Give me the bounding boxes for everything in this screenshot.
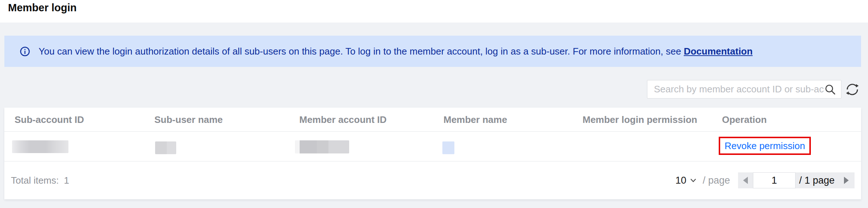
- page-total-label: / 1 page: [796, 172, 838, 188]
- column-header-sub-user-name: Sub-user name: [154, 108, 223, 132]
- alert-message: You can view the login authorization det…: [39, 46, 753, 57]
- total-items: Total items:1: [11, 161, 69, 199]
- column-header-operation: Operation: [722, 108, 767, 132]
- prev-page-icon: [743, 177, 748, 184]
- search-box: [647, 80, 841, 99]
- revoke-permission-link[interactable]: Revoke permission: [725, 140, 805, 152]
- redacted-member-account-id: [295, 140, 349, 153]
- page-switcher: / 1 page: [738, 172, 855, 188]
- revoke-permission-highlight-box: Revoke permission: [719, 137, 811, 155]
- info-alert-banner: You can view the login authorization det…: [4, 36, 861, 67]
- documentation-link[interactable]: Documentation: [684, 46, 753, 57]
- search-icon[interactable]: [824, 84, 836, 95]
- pagination-bar: Total items:1 10 / page / 1 page: [4, 161, 861, 199]
- redacted-sub-account-id: [12, 140, 68, 153]
- pagination-controls: 10 / page / 1 page: [675, 172, 855, 188]
- total-items-value: 1: [64, 175, 69, 186]
- per-page-label: / page: [703, 175, 730, 186]
- refresh-icon: [845, 83, 859, 96]
- redacted-member-name: [442, 141, 454, 154]
- current-page-input[interactable]: [753, 172, 796, 188]
- prev-page-button[interactable]: [738, 172, 753, 188]
- page-title: Member login: [8, 1, 77, 15]
- next-page-icon: [844, 177, 849, 184]
- table-row: Revoke permission: [4, 132, 861, 161]
- page-size-value: 10: [675, 175, 686, 186]
- table-header-row: Sub-account ID Sub-user name Member acco…: [4, 108, 861, 132]
- page-size-select[interactable]: 10: [675, 175, 697, 186]
- redacted-sub-user-name: [155, 141, 176, 154]
- next-page-button[interactable]: [838, 172, 855, 188]
- info-icon: [20, 47, 30, 56]
- column-header-sub-account-id: Sub-account ID: [15, 108, 84, 132]
- column-header-member-name: Member name: [443, 108, 507, 132]
- chevron-down-icon: [690, 177, 697, 184]
- column-header-member-account-id: Member account ID: [299, 108, 387, 132]
- total-items-label: Total items:: [11, 175, 59, 186]
- refresh-button[interactable]: [845, 83, 859, 96]
- search-input[interactable]: [647, 80, 824, 98]
- column-header-member-login-permission: Member login permission: [583, 108, 697, 132]
- member-login-table-card: Sub-account ID Sub-user name Member acco…: [4, 108, 861, 199]
- alert-message-text: You can view the login authorization det…: [39, 46, 684, 57]
